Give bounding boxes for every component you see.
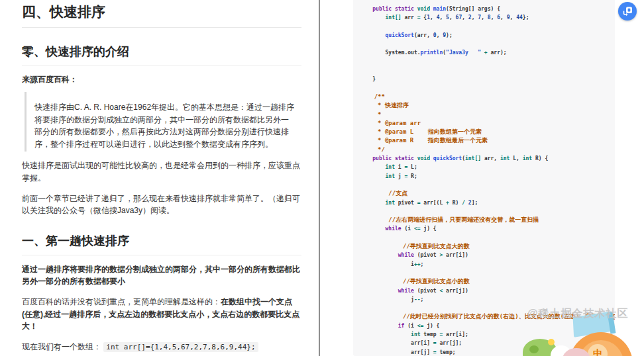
section-heading-intro: 零、快速排序的介绍	[22, 44, 301, 66]
inline-code-array: int arr[]={1,4,5,67,2,7,8,6,9,44};	[103, 342, 258, 352]
paragraph-baike-pre: 百度百科的话并没有说到重点，更简单的理解是这样的：	[22, 297, 221, 306]
watermark: @稀土掘金技术社区	[527, 307, 643, 321]
green-bush-spot	[529, 345, 539, 353]
paragraph-array-pre: 现在我们有一个数组：	[22, 342, 101, 351]
article-pane[interactable]: 四、快速排序 零、快速排序的介绍 来源百度百科： 快速排序由C. A. R. H…	[0, 0, 319, 356]
code-pane[interactable]: public static void main(String[] args) {…	[320, 0, 644, 356]
source-label: 来源百度百科：	[22, 74, 301, 85]
translate-button[interactable]	[618, 2, 637, 21]
translate-icon	[622, 6, 633, 17]
paragraph-array: 现在我们有一个数组： int arr[]={1,4,5,67,2,7,8,6,9…	[22, 341, 301, 353]
yellow-dot	[548, 339, 555, 345]
code-block: public static void main(String[] args) {…	[353, 0, 615, 356]
paragraph-interview: 快速排序是面试出现的可能性比较高的，也是经常会用到的一种排序，应该重点掌握。	[22, 159, 301, 184]
paragraph-split: 通过一趟排序将要排序的数据分割成独立的两部分，其中一部分的所有数据都比另外一部分…	[22, 263, 301, 288]
paragraph-prev-chapter: 前面一个章节已经讲了递归了，那么现在来看快速排序就非常简单了。（递归可以关注我的…	[22, 193, 301, 217]
paragraph-baike-explain: 百度百科的话并没有说到重点，更简单的理解是这样的：在数组中找一个支点(任意),经…	[22, 296, 301, 333]
article-title: 四、快速排序	[22, 3, 301, 28]
article-reader-window: 四、快速排序 零、快速排序的介绍 来源百度百科： 快速排序由C. A. R. H…	[0, 0, 644, 356]
baike-quote-text: 快速排序由C. A. R. Hoare在1962年提出。它的基本思想是：通过一趟…	[34, 101, 295, 150]
section-heading-first-pass: 一、第一趟快速排序	[22, 233, 301, 255]
baike-quote: 快速排序由C. A. R. Hoare在1962年提出。它的基本思想是：通过一趟…	[25, 92, 301, 152]
